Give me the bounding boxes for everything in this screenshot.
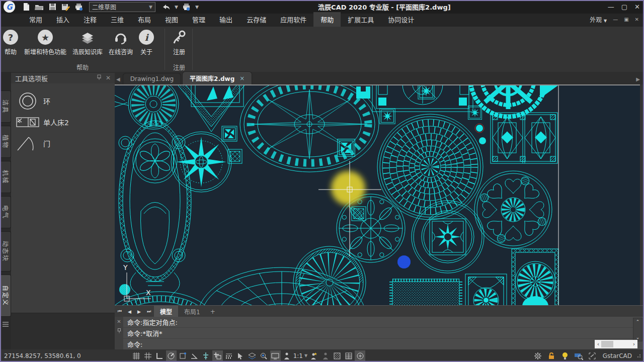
pin-icon[interactable] xyxy=(97,74,102,82)
palette-tab-zidingyi[interactable]: 自定义 xyxy=(1,275,11,317)
last-layout-icon[interactable]: ⏭ xyxy=(144,309,154,314)
doc-tab-drawing1[interactable]: Drawing1.dwg xyxy=(123,73,181,84)
lock-icon[interactable] xyxy=(546,350,557,361)
knowledge-base-button[interactable]: 浩辰知识库 xyxy=(69,27,106,56)
about-button[interactable]: i 关于 xyxy=(136,27,157,56)
model-tab[interactable]: 模型 xyxy=(154,306,178,317)
new-file-icon[interactable] xyxy=(21,2,32,13)
tab-shuchu[interactable]: 输出 xyxy=(212,12,239,27)
scroll-left-icon[interactable]: ‹ xyxy=(597,341,599,347)
appearance-menu[interactable]: 外观 ▼ xyxy=(590,15,607,24)
close-command-icon[interactable]: ✕ xyxy=(117,319,121,324)
palette-menu-icon[interactable] xyxy=(2,321,9,329)
scroll-down-icon[interactable]: ⌄ xyxy=(636,335,640,340)
plot-stamp-icon[interactable] xyxy=(73,2,84,13)
prev-layout-icon[interactable]: ◀ xyxy=(125,309,134,314)
help-button[interactable]: ? 帮助 xyxy=(0,27,21,56)
polar-tracking-icon[interactable] xyxy=(166,350,177,361)
angle-icon[interactable] xyxy=(189,350,200,361)
scrollbar-thumb[interactable] xyxy=(601,341,613,347)
lineweight-icon[interactable] xyxy=(224,350,234,361)
palette-tab-jixie[interactable]: 机械 xyxy=(1,161,11,193)
save-as-icon[interactable] xyxy=(60,2,71,13)
columns-icon[interactable] xyxy=(343,350,354,361)
undo-icon[interactable] xyxy=(160,2,172,13)
command-scrollbar-horizontal[interactable]: ‹ › xyxy=(595,340,637,348)
online-support-button[interactable]: 在线咨询 xyxy=(106,27,136,56)
new-layout-button[interactable]: + xyxy=(206,307,219,317)
dynamic-input-icon[interactable] xyxy=(235,350,246,361)
tab-shitu[interactable]: 视图 xyxy=(158,12,185,27)
search-monitor-icon[interactable] xyxy=(574,350,584,361)
undo-dropdown-icon[interactable]: ▼ xyxy=(175,5,178,10)
layer-icon[interactable] xyxy=(247,350,258,361)
annotation-star-person-icon[interactable] xyxy=(308,350,319,361)
palette-tab-zhiwu[interactable]: 植物 xyxy=(1,126,11,158)
tab-guanli[interactable]: 管理 xyxy=(185,12,212,27)
doc-tabs-scroll-right-icon[interactable]: ▶ xyxy=(636,76,644,84)
tab-yingyongruanjian[interactable]: 应用软件 xyxy=(273,12,313,27)
customize-icon[interactable]: ▼ xyxy=(195,5,199,10)
osnap-tracking-icon[interactable] xyxy=(212,350,223,361)
open-file-icon[interactable] xyxy=(34,2,45,13)
annotation-person-icon[interactable] xyxy=(282,350,292,361)
app-logo[interactable]: G xyxy=(4,1,15,13)
tab-buju[interactable]: 布局 xyxy=(131,12,158,27)
ribbon-restore-button[interactable]: ▣ xyxy=(624,17,628,22)
doc-tabs-scroll-left-icon[interactable]: ◀ xyxy=(115,76,123,84)
tab-kuozhangongju[interactable]: 扩展工具 xyxy=(341,12,381,27)
first-layout-icon[interactable]: ⏮ xyxy=(115,309,125,314)
fullscreen-icon[interactable] xyxy=(587,350,598,361)
workspace-select[interactable]: 二维草图▼ xyxy=(89,2,155,12)
palette-item-door[interactable]: 门 xyxy=(11,133,115,154)
command-scrollbar-vertical[interactable]: ⌃ ⌄ xyxy=(633,318,642,341)
layout1-tab[interactable]: 布局1 xyxy=(178,306,206,317)
tab-charu[interactable]: 插入 xyxy=(49,12,76,27)
ribbon-group-label[interactable]: 帮助 xyxy=(0,63,165,71)
hatch-icon[interactable] xyxy=(332,350,342,361)
snap-grid-icon[interactable] xyxy=(131,350,142,361)
resize-grip[interactable] xyxy=(637,354,641,358)
tab-zhushi[interactable]: 注释 xyxy=(76,12,104,27)
minimize-button[interactable]: — xyxy=(608,3,614,11)
pin-command-icon[interactable] xyxy=(117,328,121,334)
tab-changyong[interactable]: 常用 xyxy=(22,12,49,27)
settings-gear-icon[interactable] xyxy=(533,350,543,361)
maximize-button[interactable]: ▢ xyxy=(621,3,627,11)
print-icon[interactable] xyxy=(181,2,192,13)
scroll-up-icon[interactable]: ⌃ xyxy=(636,319,640,324)
drawing-canvas[interactable]: Y X xyxy=(115,84,640,306)
monitor-icon[interactable] xyxy=(270,350,281,361)
annotation-scale-control[interactable]: 1:1 ▼ xyxy=(293,352,307,359)
next-layout-icon[interactable]: ▶ xyxy=(134,309,144,314)
isolate-icon[interactable] xyxy=(355,350,365,361)
object-snap-icon[interactable] xyxy=(178,350,188,361)
ribbon-minimize-button[interactable]: — xyxy=(613,17,618,22)
palette-tab-dongtaikuai[interactable]: 动态块 xyxy=(1,231,11,272)
tab-sanwei[interactable]: 三维 xyxy=(104,12,131,27)
palette-tab-dianqi[interactable]: 电气 xyxy=(1,196,11,228)
tab-yuncunchu[interactable]: 云存储 xyxy=(239,12,273,27)
ribbon-close-button[interactable]: ✕ xyxy=(635,17,639,22)
palette-item-bed[interactable]: 单人床2 xyxy=(11,112,115,133)
register-button[interactable]: 注册 xyxy=(169,27,190,56)
command-window[interactable]: ✕ 命令:指定对角点: 命令:*取消* 命令: ⌃ ⌄ ‹ › xyxy=(115,317,644,349)
bulb-icon[interactable] xyxy=(560,350,571,361)
doc-tab-pingmiantuku[interactable]: 平面图库2.dwg × xyxy=(182,71,252,84)
annotation-dim-person-icon[interactable] xyxy=(320,350,331,361)
ortho-icon[interactable] xyxy=(154,350,165,361)
command-input-line[interactable]: 命令: xyxy=(123,339,633,349)
palette-item-ring[interactable]: 环 xyxy=(11,90,115,112)
tab-bangzhu[interactable]: 帮助 xyxy=(313,12,341,27)
new-features-button[interactable]: ★ 新增和特色功能 xyxy=(21,27,69,56)
save-icon[interactable] xyxy=(47,2,58,13)
scroll-right-icon[interactable]: › xyxy=(633,341,635,347)
close-doc-icon[interactable]: × xyxy=(239,75,245,82)
osnap-marker-icon[interactable] xyxy=(201,350,211,361)
palette-header[interactable]: 工具选项板 ✕ xyxy=(11,73,115,83)
ribbon-group-label[interactable]: 注册 xyxy=(166,63,193,71)
grid-icon[interactable] xyxy=(143,350,153,361)
palette-tab-jieju[interactable]: 洁具 xyxy=(1,90,11,123)
command-window-grip[interactable]: ✕ xyxy=(115,317,123,351)
quick-view-icon[interactable] xyxy=(259,350,269,361)
